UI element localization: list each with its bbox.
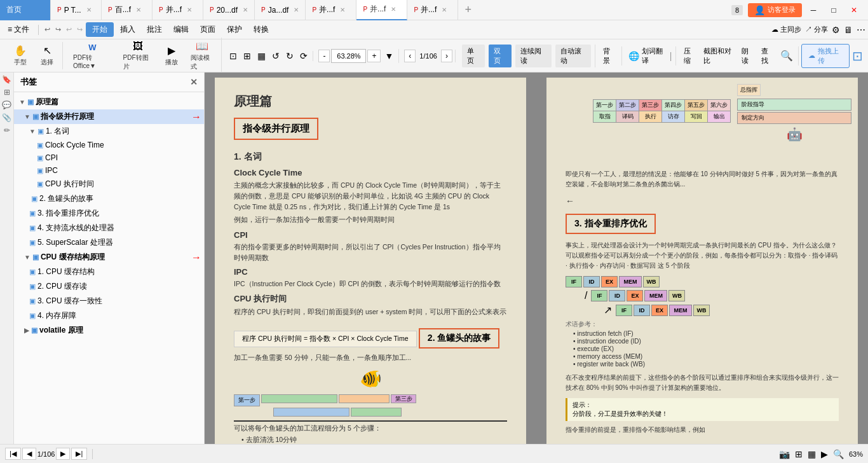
search-btn[interactable]: 查找	[759, 46, 776, 66]
attach-icon[interactable]: 📎	[2, 113, 11, 122]
rotate-right-icon[interactable]: ↻	[283, 51, 296, 61]
continuous-view-btn[interactable]: 连续阅读	[515, 45, 551, 67]
redo-btn[interactable]: ↪	[53, 25, 63, 34]
prev-page-btn[interactable]: ‹	[404, 50, 416, 62]
tab-1[interactable]: P P T... ✕	[51, 0, 102, 20]
tab-4-close[interactable]: ✕	[243, 6, 248, 13]
fit-width-icon[interactable]: ⊡	[227, 51, 240, 61]
tab-8[interactable]: P 并...f ✕	[407, 0, 458, 20]
sync-btn[interactable]: ☁ 主同步	[771, 25, 801, 34]
tree-item-ipc[interactable]: ▣ IPC	[14, 164, 204, 177]
tab-3[interactable]: P 并...f ✕	[153, 0, 203, 20]
bottom-grid-icon[interactable]: ⊞	[795, 449, 803, 459]
tab-8-close[interactable]: ✕	[442, 6, 447, 13]
fit-page-icon[interactable]: ⊞	[241, 51, 254, 61]
double-view-btn[interactable]: 双页	[489, 45, 512, 67]
tree-item-cache4[interactable]: ▣ 4. 内存屏障	[14, 308, 204, 323]
tab-6-close[interactable]: ✕	[340, 6, 345, 13]
compress-btn[interactable]: 压缩	[681, 46, 699, 66]
tree-item-cache3[interactable]: ▣ 3. CPU 缓存一致性	[14, 294, 204, 308]
bookmark-strip-icon[interactable]: 🔖	[2, 75, 11, 84]
tab-4[interactable]: P 20...df ✕	[203, 0, 255, 20]
tree-item-cache[interactable]: ▼ ▣ CPU 缓存结构原理 →	[14, 250, 204, 265]
layers-icon[interactable]: ⊞	[4, 88, 10, 97]
background-btn[interactable]: 背景	[600, 46, 619, 66]
right-page-container[interactable]: 总指挥 阶段指导 制定方向 🤖 第一步第二步第三步第四步第五步第六步	[536, 73, 868, 444]
hand-tool[interactable]: ✋ 手型	[8, 42, 33, 69]
tree-item-cpu-time[interactable]: ▣ CPU 执行时间	[14, 177, 204, 191]
tree-item-cpi[interactable]: ▣ CPI	[14, 151, 204, 164]
zoom-input[interactable]	[331, 49, 366, 63]
rotate-doc-icon[interactable]: ⟳	[297, 51, 310, 61]
tree-item-ilp[interactable]: ▼ ▣ 指令级并行原理 →	[14, 109, 204, 124]
translate-icon[interactable]: 🌐	[627, 51, 641, 61]
tab-2-close[interactable]: ✕	[136, 6, 141, 13]
settings-icon[interactable]: ⚙	[832, 25, 840, 35]
tab-7[interactable]: P 并...f ✕	[356, 0, 407, 20]
pdf-img-tool[interactable]: 🖼 PDF转图片	[118, 38, 158, 74]
page-menu[interactable]: 页面	[195, 23, 220, 36]
first-page-btn[interactable]: |◀	[5, 448, 21, 460]
tab-6[interactable]: P 并...f ✕	[306, 0, 356, 20]
close-button[interactable]: ✕	[845, 4, 863, 17]
minimize-button[interactable]: ─	[804, 4, 822, 17]
next-page-btn[interactable]: ›	[441, 50, 452, 62]
protect-menu[interactable]: 保护	[222, 23, 247, 36]
screenshot-btn[interactable]: 截图和对比	[701, 46, 738, 66]
tab-5[interactable]: P Ja...df ✕	[255, 0, 306, 20]
redo2-btn[interactable]: ↪	[75, 25, 85, 34]
single-view-btn[interactable]: 单页	[462, 45, 485, 67]
zoom-out-btn[interactable]: -	[318, 50, 330, 62]
upload-btn[interactable]: ☁ 拖拽上传	[801, 44, 850, 68]
undo2-btn[interactable]: ↩	[64, 25, 74, 34]
tree-item-cct[interactable]: ▣ Clock Cycle Time	[14, 139, 204, 151]
bottom-play-icon[interactable]: ▶	[821, 449, 828, 459]
tab-5-close[interactable]: ✕	[294, 6, 299, 13]
search-icon[interactable]: 🔍	[778, 50, 796, 62]
bottom-search-icon[interactable]: 🔍	[833, 449, 844, 459]
play-tool[interactable]: ▶ 播放	[159, 42, 184, 69]
login-button[interactable]: 👤 访客登录	[748, 3, 802, 17]
rotate-left-icon[interactable]: ↺	[269, 51, 282, 61]
left-page-container[interactable]: 原理篇 指令级并行原理 1. 名词 Clock Cycle Time 主频的概念…	[205, 73, 536, 444]
pen-icon[interactable]: ✏	[4, 126, 10, 135]
expand-icon[interactable]: ⊡	[852, 48, 863, 64]
zoom-in-btn[interactable]: +	[367, 50, 381, 62]
tab-home[interactable]: 首页	[0, 0, 51, 20]
tab-1-close[interactable]: ✕	[86, 6, 92, 13]
monitor-icon[interactable]: 🖥	[844, 25, 853, 35]
start-menu[interactable]: 开始	[86, 22, 114, 37]
tree-item-superscalar[interactable]: ▣ 5. SuperScalar 处理器	[14, 235, 204, 250]
prev-page-bottom-btn[interactable]: ◀	[22, 448, 36, 460]
auto-scroll-btn[interactable]: 自动滚动	[555, 45, 591, 67]
pdf-office-tool[interactable]: W PDF转Office▼	[68, 40, 117, 72]
more-icon[interactable]: ⋯	[857, 25, 865, 35]
edit-menu[interactable]: 编辑	[168, 23, 194, 36]
read-tool[interactable]: 📖 阅读模式	[186, 38, 219, 74]
share-btn[interactable]: ↗ 分享	[805, 25, 828, 34]
insert-menu[interactable]: 插入	[115, 23, 140, 36]
sidebar-close-btn[interactable]: ✕	[190, 77, 198, 87]
tab-2[interactable]: P 百...f ✕	[102, 0, 153, 20]
bottom-layout-icon[interactable]: ▦	[808, 449, 816, 459]
next-page-bottom-btn[interactable]: ▶	[56, 448, 70, 460]
last-page-btn[interactable]: ▶|	[71, 448, 87, 460]
annotate-menu[interactable]: 批注	[142, 23, 167, 36]
convert-menu[interactable]: 转换	[248, 23, 274, 36]
undo-btn[interactable]: ↩	[43, 25, 52, 34]
zoom-dropdown-icon[interactable]: ▼	[382, 51, 396, 61]
select-tool[interactable]: ↖ 选择	[34, 42, 60, 69]
comment-icon[interactable]: 💬	[2, 100, 11, 109]
thumbnail-icon[interactable]: ▦	[255, 51, 268, 61]
tree-item-volatile[interactable]: ▶ ▣ volatile 原理	[14, 323, 204, 338]
tab-add-button[interactable]: +	[458, 0, 478, 20]
read-aloud-btn[interactable]: 朗读	[739, 46, 757, 66]
tab-7-close[interactable]: ✕	[391, 6, 396, 13]
tree-item-pipeline[interactable]: ▣ 4. 支持流水线的处理器	[14, 221, 204, 235]
tree-item-nouns[interactable]: ▼ ▣ 1. 名词	[14, 124, 204, 139]
tree-item-yuanlipian[interactable]: ▼ ▣ 原理篇	[14, 95, 204, 109]
bottom-camera-icon[interactable]: 📷	[779, 449, 790, 459]
file-menu[interactable]: ≡ 文件	[3, 23, 34, 36]
maximize-button[interactable]: □	[825, 4, 843, 17]
tree-item-cache2[interactable]: ▣ 2. CPU 缓存读	[14, 279, 204, 294]
